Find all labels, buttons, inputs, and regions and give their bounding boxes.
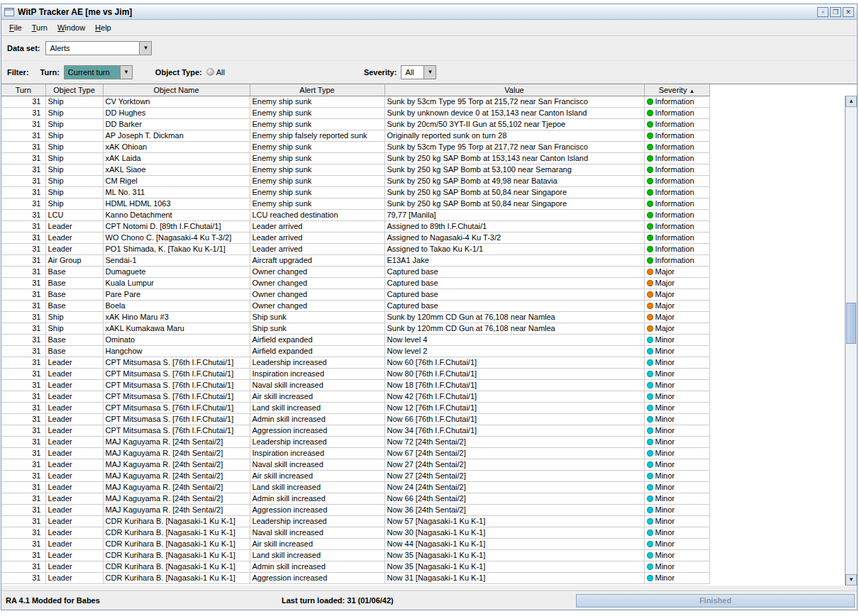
cell-severity[interactable]: Minor [644,504,709,515]
cell-severity[interactable]: Information [644,118,709,130]
cell-object-type[interactable]: Leader [45,561,103,572]
restore-button[interactable]: ❐ [830,7,841,17]
cell-turn[interactable]: 31 [1,220,45,232]
cell-object-type[interactable]: Leader [45,447,103,459]
table-row[interactable]: 31LeaderPO1 Shimada, K. [Takao Ku K-1/1]… [1,243,709,254]
cell-value[interactable]: Now 31 [Nagasaki-1 Ku K-1] [384,572,644,583]
cell-severity[interactable]: Minor [644,459,709,470]
cell-severity[interactable]: Minor [644,391,709,402]
cell-alert-type[interactable]: Leadership increased [250,436,384,447]
cell-object-name[interactable]: CPT Notomi D. [89th I.F.Chutai/1] [103,220,250,232]
table-row[interactable]: 31LeaderWO Chono C. [Nagasaki-4 Ku T-3/2… [1,232,709,243]
table-row[interactable]: 31LeaderCDR Kurihara B. [Nagasaki-1 Ku K… [1,538,709,549]
cell-value[interactable]: Now 44 [Nagasaki-1 Ku K-1] [384,538,644,549]
cell-value[interactable]: Now 35 [Nagasaki-1 Ku K-1] [384,561,644,572]
table-row[interactable]: 31LeaderCPT Mitsumasa S. [76th I.F.Chuta… [1,368,709,379]
cell-alert-type[interactable]: Inspiration increased [250,447,384,459]
cell-object-name[interactable]: CPT Mitsumasa S. [76th I.F.Chutai/1] [103,402,250,413]
cell-severity[interactable]: Information [644,141,709,152]
table-row[interactable]: 31LeaderCDR Kurihara B. [Nagasaki-1 Ku K… [1,515,709,527]
cell-object-name[interactable]: CV Yorktown [103,96,250,107]
cell-object-type[interactable]: Ship [45,141,103,152]
menu-turn[interactable]: Turn [27,21,52,34]
cell-object-name[interactable]: MAJ Kaguyama R. [24th Sentai/2] [103,504,250,515]
cell-alert-type[interactable]: Leadership increased [250,515,384,527]
cell-value[interactable]: Now 34 [76th I.F.Chutai/1] [384,425,644,436]
cell-alert-type[interactable]: Owner changed [250,266,384,277]
chevron-down-icon[interactable]: ▼ [120,66,132,79]
column-header-object-name[interactable]: Object Name [103,84,250,96]
scrollbar-thumb[interactable] [846,303,856,344]
table-row[interactable]: 31BasePare PareOwner changedCaptured bas… [1,289,709,300]
cell-severity[interactable]: Information [644,175,709,186]
cell-object-type[interactable]: Leader [45,425,103,436]
cell-value[interactable]: Now 57 [Nagasaki-1 Ku K-1] [384,515,644,527]
cell-turn[interactable]: 31 [1,481,45,493]
scroll-up-icon[interactable]: ▲ [846,96,857,107]
cell-severity[interactable]: Information [644,198,709,209]
cell-turn[interactable]: 31 [1,209,45,220]
cell-object-name[interactable]: Dumaguete [103,266,250,277]
cell-severity[interactable]: Information [644,232,709,243]
cell-value[interactable]: Sunk by 120mm CD Gun at 76,108 near Naml… [384,323,644,334]
cell-value[interactable]: Now 66 [76th I.F.Chutai/1] [384,413,644,425]
cell-value[interactable]: Now 42 [76th I.F.Chutai/1] [384,391,644,402]
cell-value[interactable]: Now 24 [24th Sentai/2] [384,481,644,493]
cell-alert-type[interactable]: Owner changed [250,289,384,300]
cell-value[interactable]: Now 35 [Nagasaki-1 Ku K-1] [384,549,644,561]
cell-object-type[interactable]: Ship [45,198,103,209]
cell-turn[interactable]: 31 [1,311,45,323]
cell-object-name[interactable]: WO Chono C. [Nagasaki-4 Ku T-3/2] [103,232,250,243]
cell-object-name[interactable]: CDR Kurihara B. [Nagasaki-1 Ku K-1] [103,549,250,561]
scroll-down-icon[interactable]: ▼ [846,574,857,586]
table-row[interactable]: 31LeaderCPT Notomi D. [89th I.F.Chutai/1… [1,220,709,232]
cell-value[interactable]: Now 36 [24th Sentai/2] [384,504,644,515]
table-row[interactable]: 31LeaderCPT Mitsumasa S. [76th I.F.Chuta… [1,391,709,402]
cell-turn[interactable]: 31 [1,254,45,266]
cell-alert-type[interactable]: Admin skill increased [250,413,384,425]
cell-value[interactable]: Sunk by 250 kg SAP Bomb at 50,84 near Si… [384,186,644,198]
cell-alert-type[interactable]: Enemy ship falsely reported sunk [250,130,384,141]
cell-turn[interactable]: 31 [1,289,45,300]
cell-alert-type[interactable]: Airfield expanded [250,334,384,345]
cell-severity[interactable]: Information [644,96,709,107]
cell-turn[interactable]: 31 [1,368,45,379]
cell-object-name[interactable]: HDML HDML 1063 [103,198,250,209]
cell-severity[interactable]: Minor [644,572,709,583]
cell-object-type[interactable]: Base [45,266,103,277]
cell-object-name[interactable]: CPT Mitsumasa S. [76th I.F.Chutai/1] [103,368,250,379]
cell-turn[interactable]: 31 [1,164,45,175]
cell-object-type[interactable]: Base [45,345,103,357]
cell-object-name[interactable]: Sendai-1 [103,254,250,266]
cell-value[interactable]: Captured base [384,300,644,311]
table-row[interactable]: 31LeaderCDR Kurihara B. [Nagasaki-1 Ku K… [1,572,709,583]
cell-value[interactable]: Now 66 [24th Sentai/2] [384,493,644,504]
cell-severity[interactable]: Information [644,209,709,220]
cell-value[interactable]: Now level 2 [384,345,644,357]
table-row[interactable]: 31LeaderCPT Mitsumasa S. [76th I.F.Chuta… [1,357,709,368]
cell-severity[interactable]: Minor [644,470,709,481]
cell-turn[interactable]: 31 [1,379,45,391]
cell-value[interactable]: Captured base [384,277,644,289]
cell-value[interactable]: Sunk by 20cm/50 3YT-II Gun at 55,102 nea… [384,118,644,130]
cell-turn[interactable]: 31 [1,232,45,243]
cell-alert-type[interactable]: Naval skill increased [250,527,384,538]
cell-turn[interactable]: 31 [1,425,45,436]
cell-turn[interactable]: 31 [1,436,45,447]
cell-turn[interactable]: 31 [1,413,45,425]
cell-object-name[interactable]: xAK Hino Maru #3 [103,311,250,323]
cell-value[interactable]: Sunk by 53cm Type 95 Torp at 217,72 near… [384,141,644,152]
cell-value[interactable]: 79,77 [Manila] [384,209,644,220]
cell-severity[interactable]: Information [644,220,709,232]
table-row[interactable]: 31LeaderMAJ Kaguyama R. [24th Sentai/2]N… [1,459,709,470]
close-button[interactable]: ✕ [843,7,854,17]
cell-alert-type[interactable]: Land skill increased [250,402,384,413]
column-header-object-type[interactable]: Object Type [45,84,103,96]
cell-value[interactable]: Now 60 [76th I.F.Chutai/1] [384,357,644,368]
cell-object-type[interactable]: Leader [45,243,103,254]
cell-object-name[interactable]: Kanno Detachment [103,209,250,220]
cell-object-type[interactable]: Leader [45,368,103,379]
cell-object-name[interactable]: Ominato [103,334,250,345]
cell-severity[interactable]: Minor [644,447,709,459]
table-row[interactable]: 31ShipxAKL SiaoeEnemy ship sunkSunk by 2… [1,164,709,175]
